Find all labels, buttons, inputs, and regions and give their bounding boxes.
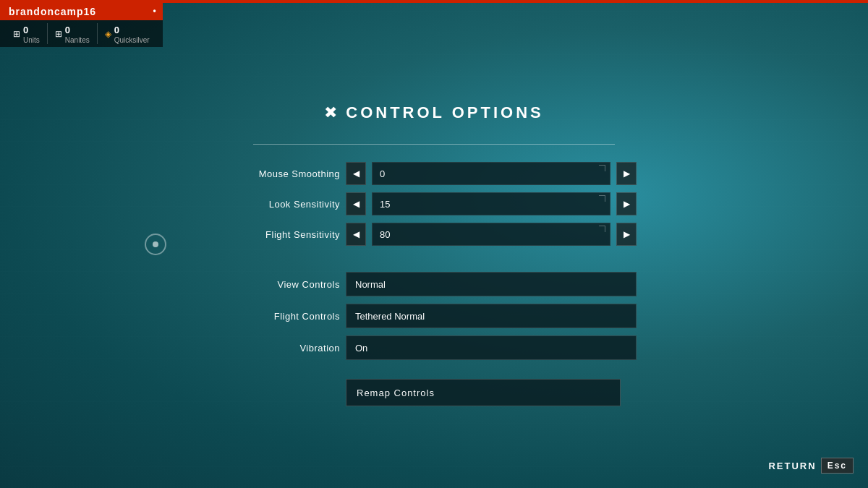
title-row: ✖ CONTROL OPTIONS: [324, 103, 544, 122]
title-divider: [253, 144, 615, 145]
main-content: ✖ CONTROL OPTIONS Mouse Smoothing ◀ 0 ▶ …: [0, 0, 868, 488]
return-label: RETURN: [768, 461, 816, 471]
settings-panel: Mouse Smoothing ◀ 0 ▶ Look Sensitivity ◀…: [231, 162, 637, 406]
player-hud: brandoncamp16 ⊞ 0 Units ⊞ 0 Nanites ◈ 0 …: [0, 3, 163, 47]
look-sensitivity-label: Look Sensitivity: [231, 199, 340, 210]
mouse-smoothing-prev[interactable]: ◀: [346, 162, 366, 185]
vibration-row: Vibration On: [231, 335, 637, 360]
quicksilver-label: Quicksilver: [114, 36, 150, 44]
mouse-smoothing-label: Mouse Smoothing: [231, 168, 340, 179]
look-sensitivity-next[interactable]: ▶: [616, 192, 637, 215]
return-button-area: RETURN Esc: [768, 458, 854, 474]
stat-units: ⊞ 0 Units: [6, 23, 48, 44]
flight-sensitivity-label: Flight Sensitivity: [231, 229, 340, 240]
units-label: Units: [23, 36, 40, 44]
remap-row: Remap Controls: [231, 379, 637, 406]
units-icon: ⊞: [13, 29, 20, 39]
flight-controls-select[interactable]: Tethered Normal: [346, 304, 637, 328]
nanites-icon: ⊞: [55, 29, 62, 39]
wrench-icon: ✖: [324, 103, 337, 122]
player-name: brandoncamp16: [0, 3, 163, 20]
stat-quicksilver: ◈ 0 Quicksilver: [98, 23, 157, 44]
circle-inner-dot: [153, 241, 158, 247]
flight-controls-label: Flight Controls: [231, 311, 340, 322]
vibration-select[interactable]: On: [346, 335, 637, 360]
player-stats: ⊞ 0 Units ⊞ 0 Nanites ◈ 0 Quicksilver: [0, 20, 163, 47]
look-sensitivity-row: Look Sensitivity ◀ 15 ▶: [231, 192, 637, 215]
remap-controls-button[interactable]: Remap Controls: [346, 379, 621, 406]
view-controls-row: View Controls Normal: [231, 272, 637, 296]
circle-indicator: [145, 234, 166, 255]
stat-nanites: ⊞ 0 Nanites: [48, 23, 98, 44]
view-controls-select[interactable]: Normal: [346, 272, 637, 296]
mouse-smoothing-row: Mouse Smoothing ◀ 0 ▶: [231, 162, 637, 185]
quicksilver-icon: ◈: [105, 29, 111, 39]
page-title: CONTROL OPTIONS: [346, 103, 544, 122]
look-sensitivity-value: 15: [372, 192, 610, 215]
flight-controls-row: Flight Controls Tethered Normal: [231, 304, 637, 328]
vibration-label: Vibration: [231, 343, 340, 354]
flight-sensitivity-value: 80: [372, 223, 610, 246]
mouse-smoothing-next[interactable]: ▶: [616, 162, 637, 185]
quicksilver-value: 0: [114, 25, 119, 35]
flight-sensitivity-next[interactable]: ▶: [616, 223, 637, 246]
flight-sensitivity-prev[interactable]: ◀: [346, 223, 366, 246]
flight-sensitivity-row: Flight Sensitivity ◀ 80 ▶: [231, 223, 637, 246]
nanites-label: Nanites: [65, 36, 90, 44]
section-gap-1: [231, 253, 637, 265]
look-sensitivity-prev[interactable]: ◀: [346, 192, 366, 215]
return-key-badge[interactable]: Esc: [821, 458, 854, 474]
view-controls-label: View Controls: [231, 279, 340, 290]
units-value: 0: [23, 25, 28, 35]
nanites-value: 0: [65, 25, 70, 35]
mouse-smoothing-value: 0: [372, 162, 610, 185]
